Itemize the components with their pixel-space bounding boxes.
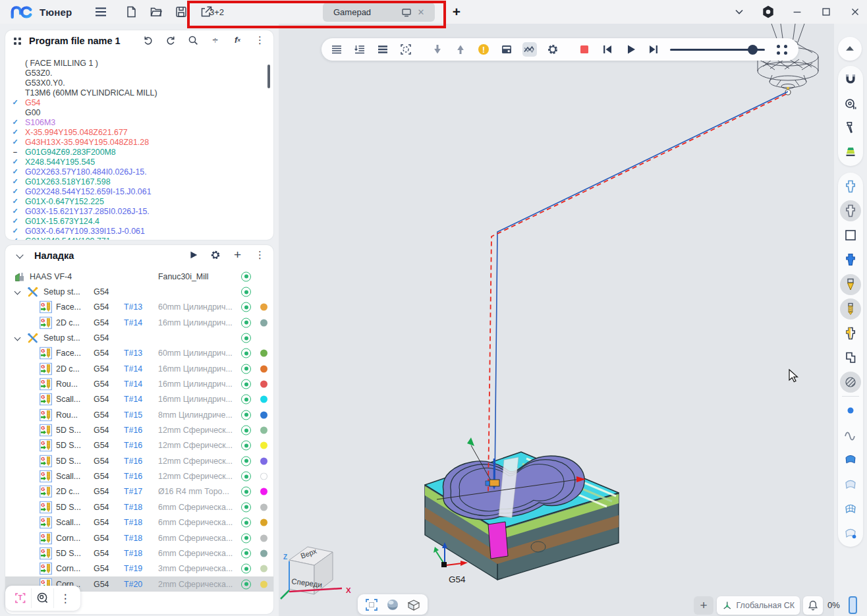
tab-window-icon[interactable]	[399, 5, 414, 20]
op-row[interactable]: GRou...G54T#158mm Цилиндриче...	[5, 407, 273, 422]
visibility-target-icon[interactable]	[241, 318, 251, 327]
stock-square-icon[interactable]	[840, 225, 861, 246]
new-file-button[interactable]	[123, 4, 139, 20]
more-menu-icon[interactable]: ⋮	[253, 33, 267, 47]
search-icon[interactable]	[186, 33, 200, 47]
gcode-line[interactable]: ✓G01X-15.673Y124.4	[5, 216, 273, 226]
op-color-dot[interactable]	[260, 350, 267, 357]
gcode-line[interactable]: T13M6 (60MM CYLINDRICAL MILL)	[5, 88, 273, 98]
lines-thick-button[interactable]	[376, 42, 390, 57]
collapse-chevron-icon[interactable]	[16, 251, 23, 258]
gcode-line[interactable]: ✓G02X263.57Y180.484I0.026J-15.	[5, 167, 273, 177]
op-color-dot[interactable]	[260, 503, 267, 511]
visibility-target-icon[interactable]	[241, 472, 251, 482]
collapse-sidebar-button[interactable]	[838, 37, 862, 61]
op-row[interactable]: G2D c...G54T#17Ø16 R4 mm Торо...	[5, 484, 273, 499]
visibility-target-icon[interactable]	[241, 349, 251, 358]
op-color-dot[interactable]	[260, 365, 267, 372]
op-row[interactable]: G2D c...G54T#1416mm Цилиндрич...	[5, 361, 273, 376]
surface-filled-icon[interactable]	[840, 449, 861, 470]
magnet-icon[interactable]	[840, 69, 861, 90]
gcode-list[interactable]: ( FACE MILLING 1 )G53Z0.G53X0.Y0.T13M6 (…	[5, 58, 273, 240]
speed-slider[interactable]	[670, 45, 769, 54]
op-row[interactable]: G5D S...G54T#1612mm Сферическ...	[5, 422, 273, 437]
open-folder-button[interactable]	[148, 4, 164, 20]
op-color-dot[interactable]	[260, 304, 267, 311]
setup-row[interactable]: Setup st...G54	[5, 330, 273, 345]
op-color-dot[interactable]	[260, 381, 267, 388]
arrow-down-button[interactable]	[430, 42, 445, 57]
holder-outline-icon[interactable]	[840, 176, 861, 197]
machined-part[interactable]	[425, 452, 619, 580]
material-hatch-icon[interactable]	[840, 372, 861, 393]
op-color-dot[interactable]	[260, 396, 267, 403]
chevron-down-icon[interactable]	[14, 289, 21, 295]
visibility-target-icon[interactable]	[241, 502, 251, 512]
gcode-line[interactable]: ✓X-35.994Y195.048Z621.677	[5, 127, 273, 137]
scrollbar-thumb[interactable]	[267, 65, 270, 88]
chevron-down-icon[interactable]	[14, 335, 21, 341]
visibility-target-icon[interactable]	[241, 533, 251, 543]
op-row[interactable]: GRou...G54T#1416mm Цилиндрич...	[5, 376, 273, 391]
divide-icon[interactable]: ÷	[208, 33, 222, 47]
visibility-target-icon[interactable]	[241, 302, 251, 312]
panel-info-button[interactable]	[499, 42, 514, 57]
surface-grid-icon[interactable]	[840, 498, 861, 519]
holder-fixture-icon[interactable]	[840, 323, 861, 344]
visibility-target-icon[interactable]	[241, 410, 251, 420]
surface-ghost-icon[interactable]	[840, 474, 861, 495]
gcode-line[interactable]: ✓S106M3	[5, 117, 273, 127]
setup-rows-list[interactable]: HAAS VF-4Fanuc30i_MillSetup st...G54GFac…	[5, 269, 273, 592]
save-button[interactable]	[173, 4, 189, 20]
op-color-dot[interactable]	[260, 488, 267, 495]
visibility-target-icon[interactable]	[241, 333, 251, 343]
visibility-target-icon[interactable]	[241, 548, 251, 558]
view-cube[interactable]: Верх Спереди Z X	[280, 538, 356, 605]
op-color-dot[interactable]	[260, 519, 267, 526]
op-row[interactable]: GFace...G54T#1360mm Цилиндрич...	[5, 346, 273, 361]
holder-ghost-icon[interactable]	[840, 200, 861, 221]
op-row[interactable]: GScall...G54T#1612mm Сферическ...	[5, 468, 273, 484]
play-button[interactable]	[623, 42, 638, 57]
warning-button[interactable]: !	[476, 42, 491, 57]
tab-gamepad[interactable]: Gamepad ✕	[323, 3, 435, 22]
visibility-target-icon[interactable]	[241, 379, 251, 389]
op-color-dot[interactable]	[260, 457, 267, 464]
tab-close-icon[interactable]: ✕	[414, 5, 428, 20]
coordinate-system-selector[interactable]: Глобальная СК	[717, 596, 800, 615]
op-color-dot[interactable]	[260, 442, 267, 449]
frame-select-button[interactable]	[399, 42, 413, 57]
op-row[interactable]: GCorn...G54T#186mm Сферическа...	[5, 530, 273, 546]
maximize-button[interactable]	[818, 4, 834, 20]
undo-icon[interactable]	[141, 33, 155, 47]
gcode-line[interactable]: −G01G94Z69.283F200M8	[5, 147, 273, 157]
settings-nut-icon[interactable]	[760, 4, 776, 20]
op-row[interactable]: G5D S...G54T#1612mm Сферическ...	[5, 453, 273, 468]
zoom-find-icon[interactable]	[32, 588, 54, 608]
slider-handle[interactable]	[748, 45, 758, 55]
text-select-icon[interactable]: T	[9, 588, 32, 608]
close-button[interactable]	[847, 4, 863, 20]
visibility-target-icon[interactable]	[241, 271, 251, 281]
tab-3plus2[interactable]: 3+2	[198, 7, 236, 17]
visibility-target-icon[interactable]	[241, 395, 251, 405]
stock-layers-icon[interactable]	[840, 142, 861, 163]
minimize-button[interactable]	[789, 4, 805, 20]
new-tab-button[interactable]: +	[448, 3, 465, 21]
visibility-target-icon[interactable]	[241, 287, 251, 297]
function-icon[interactable]: fx	[231, 33, 244, 47]
gcode-line[interactable]: G53Z0.	[5, 68, 273, 78]
gcode-line[interactable]: G53X0.Y0.	[5, 78, 273, 88]
menu-icon[interactable]	[93, 4, 109, 20]
machine-row[interactable]: HAAS VF-4Fanuc30i_Mill	[5, 269, 273, 284]
measure-tape-icon[interactable]	[840, 94, 861, 115]
gcode-line[interactable]: ✓G02X248.544Y152.659I-15.J0.061	[5, 186, 273, 196]
op-color-dot[interactable]	[260, 580, 267, 588]
section-view-icon[interactable]	[405, 596, 422, 613]
op-row[interactable]: GScall...G54T#1416mm Цилиндрич...	[5, 392, 273, 407]
gcode-line[interactable]: ( FACE MILLING 1 )	[5, 58, 273, 68]
visibility-target-icon[interactable]	[241, 441, 251, 451]
waves-button[interactable]	[522, 42, 537, 57]
redo-icon[interactable]	[163, 33, 177, 47]
surface-point-icon[interactable]	[840, 522, 861, 544]
